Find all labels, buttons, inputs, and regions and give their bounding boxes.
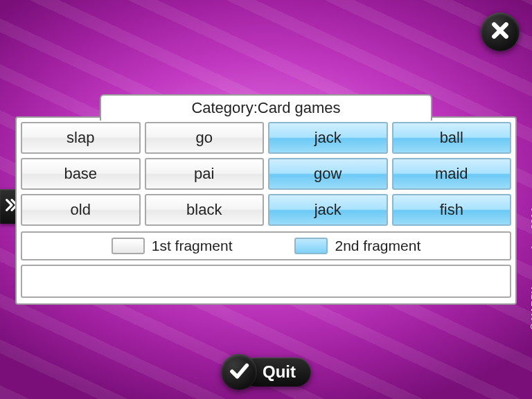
fragment-tile-label: jack [314, 129, 342, 147]
fragment-tile-label: maid [435, 165, 468, 183]
category-name: Card games [258, 99, 341, 117]
fragment-tile[interactable]: old [21, 194, 141, 226]
quit-check-circle [221, 354, 257, 390]
legend-swatch-white [112, 238, 145, 254]
legend-first: 1st fragment [112, 238, 233, 254]
category-header: Category: Card games [100, 94, 432, 121]
legend-second-label: 2nd fragment [335, 238, 420, 254]
fragment-tile-label: fish [440, 201, 463, 219]
quit-button[interactable]: Quit [221, 355, 311, 389]
fragment-tile[interactable]: fish [392, 194, 512, 226]
fragment-tile[interactable]: black [145, 194, 265, 226]
fragment-tile-label: black [186, 201, 222, 219]
fragment-tile[interactable]: gow [268, 158, 388, 190]
legend-swatch-blue [294, 238, 328, 254]
close-button[interactable] [481, 12, 520, 51]
fragment-tile[interactable]: jack [268, 122, 388, 154]
legend-first-label: 1st fragment [152, 238, 233, 254]
fragment-tile[interactable]: pai [145, 158, 265, 190]
check-icon [229, 360, 249, 384]
fragment-tile[interactable]: base [21, 158, 141, 190]
fragment-tile-label: jack [314, 201, 342, 219]
tile-grid: slapgojackballbasepaigowmaidoldblackjack… [17, 118, 515, 230]
fragment-tile-label: go [196, 129, 213, 147]
fragment-tile-label: old [71, 201, 91, 219]
category-prefix: Category: [191, 99, 257, 117]
game-panel: Category: Card games slapgojackballbasep… [15, 116, 517, 305]
answer-area [21, 265, 511, 298]
fragment-tile-label: slap [66, 129, 94, 147]
fragment-tile-label: base [64, 165, 97, 183]
fragment-tile[interactable]: maid [392, 158, 512, 190]
fragment-tile-label: pai [194, 165, 214, 183]
legend-second: 2nd fragment [294, 238, 420, 254]
fragment-tile[interactable]: ball [392, 122, 512, 154]
close-icon [490, 20, 511, 44]
fragment-tile-label: gow [314, 165, 342, 183]
fragment-tile[interactable]: go [145, 122, 265, 154]
fragment-tile-label: ball [440, 129, 463, 147]
copyright-text: © HAPPYneuron, Inc. 2014 [529, 208, 532, 330]
fragment-tile[interactable]: slap [21, 122, 141, 154]
legend: 1st fragment 2nd fragment [21, 231, 511, 260]
fragment-tile[interactable]: jack [268, 194, 388, 226]
